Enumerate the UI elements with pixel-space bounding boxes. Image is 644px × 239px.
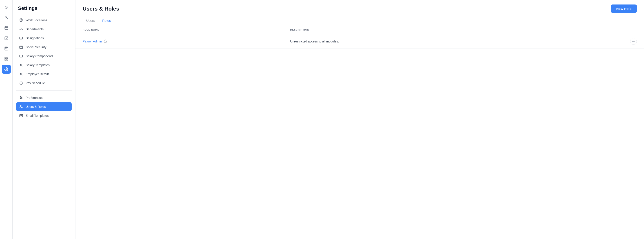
table-container: ROLE NAME DESCRIPTION Payroll Admin (76, 25, 644, 239)
row-options-button[interactable] (630, 38, 637, 45)
sidebar-item-social-security[interactable]: Social Security (16, 43, 72, 52)
svg-rect-7 (5, 57, 6, 58)
sidebar-item-work-locations[interactable]: Work Locations (16, 16, 72, 25)
svg-point-34 (20, 98, 21, 99)
roles-table: ROLE NAME DESCRIPTION Payroll Admin (76, 25, 644, 48)
col-description: DESCRIPTION (283, 25, 623, 34)
location-icon (19, 18, 23, 22)
users-roles-icon (19, 104, 23, 109)
page-header: Users & Roles New Role (76, 0, 644, 13)
svg-point-13 (21, 28, 22, 28)
designations-icon (19, 36, 23, 40)
sidebar-item-preferences[interactable]: Preferences (16, 93, 72, 102)
sidebar-item-employer-details[interactable]: Employer Details (16, 70, 72, 78)
sidebar-item-salary-components[interactable]: Salary Components (16, 52, 72, 61)
main-content: Users & Roles New Role Users Roles ROLE … (76, 0, 644, 239)
sidebar-item-email-templates[interactable]: Email Templates (16, 111, 72, 120)
clock-nav-icon[interactable]: ⊙ (2, 3, 11, 12)
sidebar-item-designations[interactable]: Designations (16, 34, 72, 43)
svg-rect-1 (5, 26, 8, 30)
salary-templates-icon (19, 63, 23, 68)
svg-point-0 (6, 16, 7, 18)
svg-rect-8 (6, 57, 8, 58)
settings-sidebar: Settings Work Locations Departments Desi… (12, 0, 76, 239)
sidebar-item-pay-schedule[interactable]: Pay Schedule (16, 78, 72, 88)
grid-nav-icon[interactable] (2, 54, 11, 63)
pay-schedule-icon (19, 81, 23, 85)
svg-point-38 (633, 41, 634, 41)
sidebar-item-salary-templates[interactable]: Salary Templates (16, 61, 72, 70)
svg-line-18 (21, 29, 22, 29)
email-templates-icon (19, 114, 23, 118)
svg-rect-10 (6, 59, 8, 60)
svg-point-27 (20, 73, 22, 74)
person-nav-icon[interactable] (2, 13, 11, 22)
settings-title: Settings (16, 6, 72, 11)
svg-point-33 (21, 98, 22, 98)
role-name-link[interactable]: Payroll Admin (83, 40, 102, 43)
bag-nav-icon[interactable] (2, 44, 11, 53)
svg-point-40 (632, 41, 632, 41)
table-row: Payroll Admin Unrestricted access to all… (76, 34, 644, 48)
sidebar-item-users-roles[interactable]: Users & Roles (16, 102, 72, 111)
page-title: Users & Roles (83, 6, 119, 12)
check-nav-icon[interactable] (2, 34, 11, 43)
salary-components-icon (19, 54, 23, 58)
row-actions-cell (623, 34, 644, 48)
departments-icon (19, 27, 23, 32)
svg-point-11 (6, 69, 7, 70)
icon-sidebar: ⊙ (0, 0, 12, 239)
description-cell: Unrestricted access to all modules. (283, 34, 623, 48)
sidebar-item-departments[interactable]: Departments (16, 25, 72, 34)
svg-rect-9 (5, 59, 6, 60)
svg-rect-37 (104, 41, 106, 42)
role-name-cell: Payroll Admin (76, 34, 283, 48)
col-role-name: ROLE NAME (76, 25, 283, 34)
new-role-button[interactable]: New Role (611, 4, 637, 13)
svg-point-39 (634, 41, 634, 41)
svg-point-32 (20, 96, 21, 97)
tabs-container: Users Roles (76, 16, 644, 25)
svg-line-17 (20, 29, 21, 29)
calendar-nav-icon[interactable] (2, 23, 11, 32)
preferences-icon (19, 96, 23, 100)
lock-icon (104, 40, 107, 43)
svg-point-26 (20, 64, 22, 65)
table-header-row: ROLE NAME DESCRIPTION (76, 25, 644, 34)
svg-point-35 (20, 105, 21, 106)
tab-users[interactable]: Users (83, 16, 98, 25)
sidebar-divider (16, 90, 72, 90)
employer-details-icon (19, 72, 23, 76)
social-security-icon (19, 45, 23, 50)
tab-roles[interactable]: Roles (98, 16, 114, 25)
settings-nav-icon[interactable] (2, 65, 11, 74)
svg-rect-5 (5, 36, 8, 40)
svg-point-12 (21, 20, 22, 20)
